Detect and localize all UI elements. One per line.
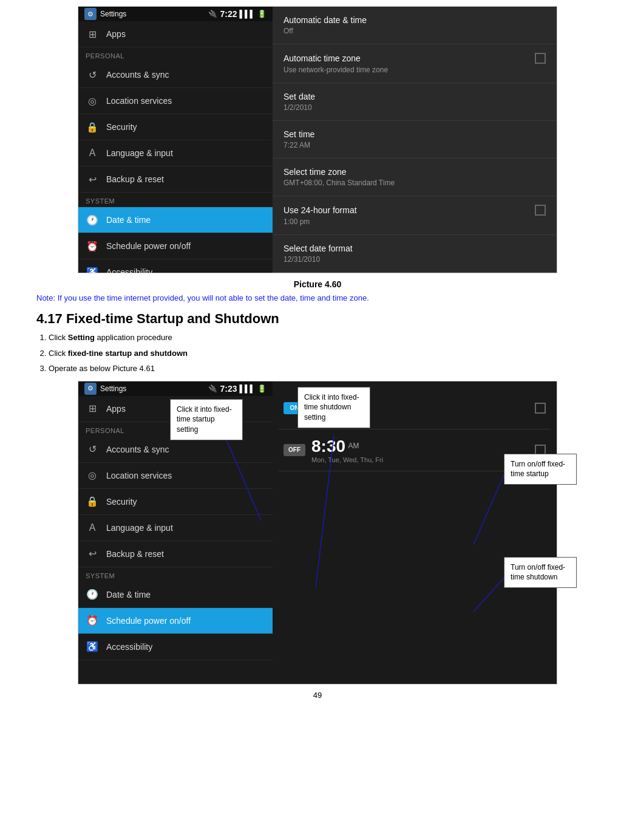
sidebar-item-location-top[interactable]: ◎ Location services xyxy=(78,88,273,114)
battery-icon-bottom: 🔋 xyxy=(257,384,267,393)
callout-turn-on-shutdown: Turn on/off fixed-time shutdown xyxy=(504,557,577,589)
section-system-bottom: SYSTEM xyxy=(78,567,273,582)
sidebar-top: ⚙ Settings 🔌 7:22 ▌▌▌ 🔋 ⊞ Apps PERSONAL xyxy=(78,7,273,273)
backup-icon-bottom: ↩ xyxy=(86,547,99,561)
sidebar-item-apps-top[interactable]: ⊞ Apps xyxy=(78,21,273,47)
apps-label-bottom: Apps xyxy=(106,404,126,414)
page-wrapper: ⚙ Settings 🔌 7:22 ▌▌▌ 🔋 ⊞ Apps PERSONAL xyxy=(0,6,635,706)
step-1-bold: Setting xyxy=(68,333,95,342)
schedule-time-1: 8:30 AM Mon, Tue, Wed, Thu, Fri xyxy=(311,437,383,463)
setting-sub-set-date: 1/2/2010 xyxy=(284,103,546,112)
section-system-top: SYSTEM xyxy=(78,193,273,207)
usb-icon: 🔌 xyxy=(208,10,217,18)
backup-icon-top: ↩ xyxy=(86,172,99,186)
section-417-heading: 4.17 Fixed-time Startup and Shutdown xyxy=(36,311,599,327)
sidebar-item-backup-bottom[interactable]: ↩ Backup & reset xyxy=(78,541,273,567)
settings-icon-top: ⚙ xyxy=(84,8,97,20)
setting-sub-auto-tz: Use network-provided time zone xyxy=(284,66,546,74)
note-text: Note: If you use the time internet provi… xyxy=(36,293,599,304)
language-label-bottom: Language & input xyxy=(106,523,173,533)
page-number: 49 xyxy=(0,685,635,706)
security-label-top: Security xyxy=(106,122,137,132)
callout-region: Click it into fixed-time startup setting… xyxy=(0,381,635,685)
schedule-label-top: Schedule power on/off xyxy=(106,241,191,251)
sidebar-item-accounts-bottom[interactable]: ↺ Accounts & sync xyxy=(78,437,273,463)
callout-shutdown: Click it into fixed-time shutdown settin… xyxy=(297,387,370,428)
sidebar-item-accounts-top[interactable]: ↺ Accounts & sync xyxy=(78,62,273,88)
location-icon-top: ◎ xyxy=(86,94,99,108)
accessibility-icon-top: ♿ xyxy=(86,265,99,273)
step-3: Operate as below Picture 4.61 xyxy=(49,363,586,375)
setting-title-tz: Select time zone xyxy=(284,167,347,177)
setting-title-24hr: Use 24-hour format xyxy=(284,205,357,215)
location-icon-bottom: ◎ xyxy=(86,469,99,482)
sidebar-item-location-bottom[interactable]: ◎ Location services xyxy=(78,463,273,489)
sidebar-item-security-bottom[interactable]: 🔒 Security xyxy=(78,489,273,515)
language-icon-bottom: A xyxy=(86,521,99,534)
status-title-bottom: Settings xyxy=(100,384,126,393)
sidebar-item-accessibility-bottom[interactable]: ♿ Accessibility xyxy=(78,634,273,660)
setting-sub-date-fmt: 12/31/2010 xyxy=(284,255,546,264)
schedule-checkbox-0[interactable] xyxy=(535,403,546,414)
datetime-icon-bottom: 🕐 xyxy=(86,588,99,601)
callout-startup: Click it into fixed-time startup setting xyxy=(170,399,243,440)
language-label-top: Language & input xyxy=(106,148,173,158)
sidebar-item-datetime-bottom[interactable]: 🕐 Date & time xyxy=(78,582,273,608)
step-1: Click Setting application procedure xyxy=(49,332,586,344)
caption-460: Picture 4.60 xyxy=(0,279,635,289)
schedule-label-bottom: Schedule power on/off xyxy=(106,616,191,626)
location-label-bottom: Location services xyxy=(106,471,172,480)
setting-row-auto-date[interactable]: Automatic date & time Off xyxy=(273,7,557,44)
setting-title-auto-date: Automatic date & time xyxy=(284,15,367,25)
steps-list: Click Setting application procedure Clic… xyxy=(49,332,586,375)
setting-sub-auto-date: Off xyxy=(284,27,546,35)
step-2: Click fixed-tine startup and shutdown xyxy=(49,347,586,360)
datetime-label-top: Date & time xyxy=(106,215,151,225)
accounts-icon-top: ↺ xyxy=(86,68,99,81)
step-2-bold: fixed-tine startup and shutdown xyxy=(68,349,188,358)
setting-row-date-fmt[interactable]: Select date format 12/31/2010 xyxy=(273,235,557,273)
sidebar-item-datetime-top[interactable]: 🕐 Date & time xyxy=(78,207,273,233)
setting-row-auto-tz[interactable]: Automatic time zone Use network-provided… xyxy=(273,44,557,83)
setting-row-set-date[interactable]: Set date 1/2/2010 xyxy=(273,83,557,121)
section-personal-top: PERSONAL xyxy=(78,47,273,62)
setting-sub-24hr: 1:00 pm xyxy=(284,217,546,226)
toggle-off-1[interactable]: OFF xyxy=(284,444,305,456)
main-panel-top: Automatic date & time Off Automatic time… xyxy=(273,7,557,273)
sidebar-item-accessibility-top[interactable]: ♿ Accessibility xyxy=(78,259,273,273)
schedule-time-big-1: 8:30 xyxy=(311,437,345,456)
setting-row-tz[interactable]: Select time zone GMT+08:00, China Standa… xyxy=(273,159,557,196)
auto-tz-checkbox[interactable] xyxy=(535,53,546,64)
schedule-ampm-1: AM xyxy=(348,441,359,449)
24hr-checkbox[interactable] xyxy=(535,205,546,216)
language-icon-top: A xyxy=(86,146,99,160)
schedule-icon-top: ⏰ xyxy=(86,239,99,253)
usb-icon-bottom: 🔌 xyxy=(208,384,217,393)
sidebar-item-security-top[interactable]: 🔒 Security xyxy=(78,114,273,140)
status-icons-top: 🔌 7:22 ▌▌▌ 🔋 xyxy=(208,9,267,19)
sidebar-item-language-bottom[interactable]: A Language & input xyxy=(78,515,273,541)
screenshot-top: ⚙ Settings 🔌 7:22 ▌▌▌ 🔋 ⊞ Apps PERSONAL xyxy=(78,6,557,273)
accessibility-label-bottom: Accessibility xyxy=(106,642,152,652)
accessibility-label-top: Accessibility xyxy=(106,267,152,273)
apps-icon-top: ⊞ xyxy=(86,27,99,41)
status-bar-top: ⚙ Settings 🔌 7:22 ▌▌▌ 🔋 xyxy=(78,7,273,21)
apps-label-top: Apps xyxy=(106,29,126,39)
security-icon-bottom: 🔒 xyxy=(86,495,99,508)
accounts-icon-bottom: ↺ xyxy=(86,443,99,456)
sidebar-item-backup-top[interactable]: ↩ Backup & reset xyxy=(78,166,273,193)
status-icons-bottom: 🔌 7:23 ▌▌▌ 🔋 xyxy=(208,384,267,394)
status-title-top: Settings xyxy=(100,10,126,18)
signal-icon-bottom: ▌▌▌ xyxy=(239,384,255,393)
sidebar-item-schedule-top[interactable]: ⏰ Schedule power on/off xyxy=(78,233,273,259)
setting-sub-tz: GMT+08:00, China Standard Time xyxy=(284,179,546,187)
setting-title-set-time: Set time xyxy=(284,129,314,139)
schedule-repeat-1: Mon, Tue, Wed, Thu, Fri xyxy=(311,456,383,463)
backup-label-bottom: Backup & reset xyxy=(106,549,164,559)
accounts-label-bottom: Accounts & sync xyxy=(106,445,169,454)
datetime-icon-top: 🕐 xyxy=(86,213,99,227)
setting-row-set-time[interactable]: Set time 7:22 AM xyxy=(273,121,557,159)
setting-row-24hr[interactable]: Use 24-hour format 1:00 pm xyxy=(273,196,557,235)
sidebar-item-language-top[interactable]: A Language & input xyxy=(78,140,273,166)
sidebar-item-schedule-bottom[interactable]: ⏰ Schedule power on/off xyxy=(78,608,273,634)
